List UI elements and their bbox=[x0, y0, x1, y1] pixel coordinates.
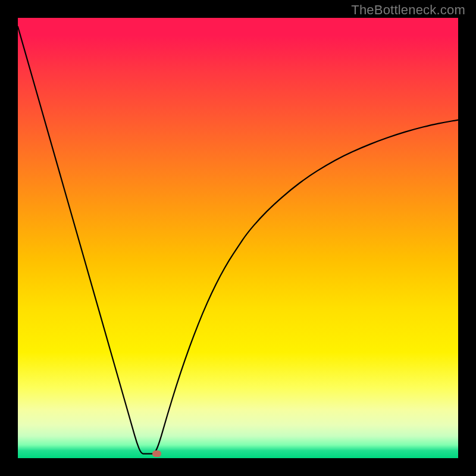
plot-area bbox=[18, 18, 458, 458]
optimum-marker bbox=[152, 450, 161, 457]
watermark-text: TheBottleneck.com bbox=[351, 2, 465, 18]
bottleneck-curve bbox=[18, 18, 458, 458]
chart-frame: TheBottleneck.com bbox=[0, 0, 476, 476]
